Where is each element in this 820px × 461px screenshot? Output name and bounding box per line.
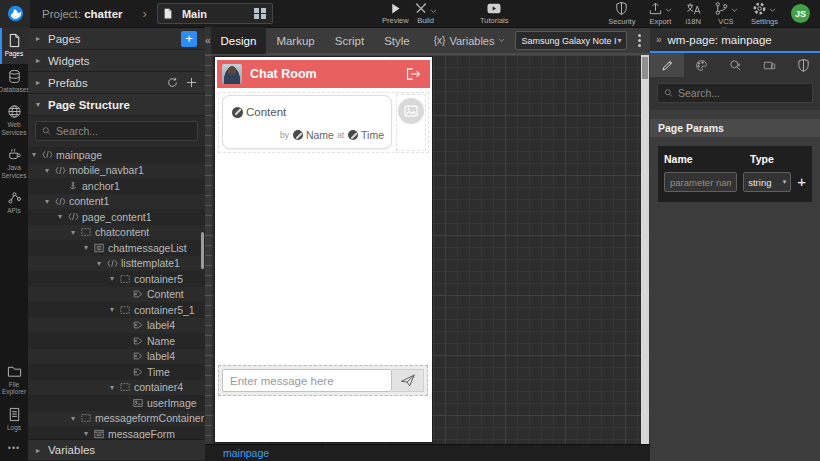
send-button[interactable] bbox=[392, 369, 424, 392]
design-canvas[interactable]: Chat Room Content by Nam bbox=[205, 55, 650, 444]
add-param-button[interactable]: + bbox=[797, 175, 806, 189]
tree-expand-arrow[interactable]: ▾ bbox=[110, 274, 120, 283]
breadcrumb-chevron-icon: › bbox=[143, 6, 147, 21]
tab-security[interactable] bbox=[786, 53, 820, 77]
tree-item-chatcontent[interactable]: ▾chatcontent bbox=[28, 225, 205, 241]
tree-expand-arrow[interactable]: ▾ bbox=[45, 197, 55, 206]
translate-icon bbox=[686, 1, 701, 16]
import-prefab-icon[interactable] bbox=[186, 77, 197, 88]
phone-preview[interactable]: Chat Room Content by Nam bbox=[215, 57, 432, 442]
tree-expand-arrow[interactable]: ▾ bbox=[110, 305, 120, 314]
user-avatar[interactable]: JS bbox=[791, 4, 810, 23]
more-actions-kebab[interactable] bbox=[635, 34, 644, 47]
tree-item-container5[interactable]: ▾container5 bbox=[28, 271, 205, 287]
mobile-navbar-widget[interactable]: Chat Room bbox=[217, 60, 430, 88]
tutorials-video-icon bbox=[486, 2, 502, 15]
add-page-button[interactable]: + bbox=[181, 31, 197, 47]
tree-item-listtemplate1[interactable]: ▾listtemplate1 bbox=[28, 256, 205, 272]
tab-style[interactable]: Style bbox=[374, 27, 420, 54]
tab-device[interactable] bbox=[752, 53, 786, 77]
tree-item-label4[interactable]: label4 bbox=[28, 349, 205, 365]
param-type-select[interactable]: string ▾ bbox=[743, 172, 791, 192]
section-page-structure[interactable]: ▾ Page Structure bbox=[28, 94, 205, 116]
search-input[interactable] bbox=[56, 125, 191, 137]
rail-item-java-services[interactable]: JavaServices bbox=[0, 142, 28, 185]
rail-item-logs[interactable]: Logs bbox=[0, 402, 28, 438]
tab-markup[interactable]: Markup bbox=[266, 27, 324, 54]
message-card[interactable]: Content by Name at Time bbox=[222, 95, 392, 149]
security-button[interactable]: Security bbox=[608, 0, 635, 28]
param-name-input[interactable] bbox=[664, 172, 737, 192]
rail-item-pages[interactable]: Pages bbox=[0, 28, 28, 64]
tree-item-mainpage[interactable]: ▾mainpage bbox=[28, 147, 205, 163]
rail-item-databases[interactable]: Databases bbox=[0, 64, 28, 100]
open-page-tab-mainpage[interactable]: mainpage bbox=[223, 447, 269, 459]
tree-expand-arrow[interactable]: ▾ bbox=[71, 414, 81, 423]
build-button[interactable]: Build bbox=[414, 0, 437, 28]
rail-item-file-explorer[interactable]: FileExplorer bbox=[0, 359, 28, 402]
tree-expand-arrow[interactable]: ▾ bbox=[97, 259, 107, 268]
refresh-icon[interactable] bbox=[167, 77, 178, 88]
chevron-down-icon bbox=[498, 38, 505, 43]
tree-item-Content[interactable]: Content bbox=[28, 287, 205, 303]
properties-search-input[interactable] bbox=[678, 87, 806, 99]
tree-item-label4[interactable]: label4 bbox=[28, 318, 205, 334]
logout-icon[interactable] bbox=[405, 67, 422, 81]
rail-item-web-services[interactable]: WebServices bbox=[0, 99, 28, 142]
vcs-button[interactable]: VCS bbox=[714, 0, 738, 28]
page-grid-icon[interactable] bbox=[254, 8, 266, 20]
tree-item-page_content1[interactable]: ▾page_content1 bbox=[28, 209, 205, 225]
tree-expand-arrow[interactable]: ▾ bbox=[84, 243, 94, 252]
section-pages[interactable]: ▸ Pages + bbox=[28, 28, 205, 50]
page-selector-dropdown[interactable]: Main bbox=[157, 3, 273, 24]
device-selector[interactable]: Samsung Galaxy Note III ▾ bbox=[515, 31, 627, 50]
tree-item-chatmessageList[interactable]: ▾chatmessageList bbox=[28, 240, 205, 256]
bind-icon bbox=[348, 130, 358, 140]
tree-item-Time[interactable]: Time bbox=[28, 364, 205, 380]
tree-item-container4[interactable]: ▾container4 bbox=[28, 380, 205, 396]
tree-expand-arrow[interactable]: ▾ bbox=[71, 228, 81, 237]
tree-expand-arrow[interactable]: ▾ bbox=[32, 150, 42, 159]
collapsed-arrow-icon: ▸ bbox=[36, 446, 48, 455]
preview-button[interactable]: Preview bbox=[382, 0, 409, 28]
collapse-panel-icon[interactable]: » bbox=[650, 34, 668, 45]
wavemaker-logo[interactable] bbox=[0, 0, 30, 28]
tree-expand-arrow[interactable]: ▾ bbox=[110, 383, 120, 392]
more-options-button[interactable]: ••• bbox=[0, 437, 28, 453]
settings-button[interactable]: Settings bbox=[751, 0, 778, 28]
tab-properties[interactable] bbox=[650, 53, 684, 77]
tree-item-Name[interactable]: Name bbox=[28, 333, 205, 349]
tutorials-button[interactable]: Tutorials bbox=[480, 0, 508, 28]
i18n-button[interactable]: i18N bbox=[685, 0, 700, 28]
tab-design[interactable]: Design bbox=[211, 27, 267, 54]
topbar-tools: SecurityExporti18NVCSSettingsJS bbox=[608, 0, 820, 28]
tree-item-messageForm[interactable]: ▾messageForm bbox=[28, 426, 205, 439]
canvas-scrollbar[interactable] bbox=[641, 55, 649, 444]
tree-item-mobile_navbar1[interactable]: ▾mobile_navbar1 bbox=[28, 163, 205, 179]
label-icon bbox=[133, 320, 147, 330]
tree-item-messageformContainer[interactable]: ▾messageformContainer bbox=[28, 411, 205, 427]
variables-menu-button[interactable]: {x} Variables bbox=[434, 35, 506, 47]
section-widgets[interactable]: ▸ Widgets bbox=[28, 50, 205, 72]
tree-expand-arrow[interactable]: ▾ bbox=[45, 166, 55, 175]
export-button[interactable]: Export bbox=[648, 0, 672, 28]
tree-expand-arrow[interactable]: ▾ bbox=[84, 429, 94, 438]
section-variables[interactable]: ▸ Variables bbox=[28, 439, 205, 461]
tree-item-container5_1[interactable]: ▾container5_1 bbox=[28, 302, 205, 318]
tree-item-anchor1[interactable]: anchor1 bbox=[28, 178, 205, 194]
tab-script[interactable]: Script bbox=[325, 27, 374, 54]
section-prefabs[interactable]: ▸ Prefabs bbox=[28, 72, 205, 94]
tab-styles[interactable] bbox=[684, 53, 718, 77]
tree-expand-arrow[interactable]: ▾ bbox=[58, 212, 68, 221]
tree-item-userImage[interactable]: userImage bbox=[28, 395, 205, 411]
tab-events[interactable] bbox=[718, 53, 752, 77]
rail-item-apis[interactable]: APIs bbox=[0, 185, 28, 221]
tree-item-content1[interactable]: ▾content1 bbox=[28, 194, 205, 210]
user-image-widget[interactable] bbox=[396, 94, 426, 151]
message-input[interactable] bbox=[222, 369, 392, 392]
chat-message-list-widget[interactable]: Content by Name at Time bbox=[218, 92, 429, 153]
tree-scrollbar[interactable] bbox=[201, 232, 204, 269]
content-label: Content bbox=[246, 106, 286, 118]
container-icon bbox=[81, 413, 95, 423]
page-params-table: Name Type string ▾ + bbox=[658, 146, 812, 202]
